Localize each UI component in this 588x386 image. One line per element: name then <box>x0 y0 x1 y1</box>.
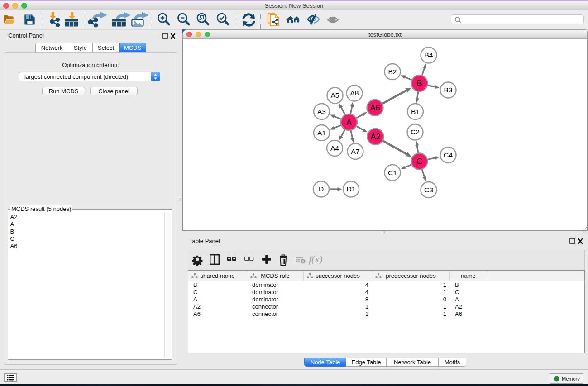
svg-text:A3: A3 <box>317 108 326 115</box>
svg-text:B3: B3 <box>444 86 453 94</box>
svg-text:C1: C1 <box>388 169 397 176</box>
svg-text:C: C <box>416 157 422 166</box>
svg-text:A8: A8 <box>350 89 359 97</box>
svg-text:D: D <box>319 185 324 193</box>
svg-text:A6: A6 <box>370 103 380 112</box>
svg-text:B: B <box>416 79 422 88</box>
svg-text:C2: C2 <box>411 128 420 136</box>
svg-text:A1: A1 <box>317 129 326 137</box>
svg-text:A5: A5 <box>331 91 339 99</box>
svg-text:A4: A4 <box>330 144 339 152</box>
svg-text:C3: C3 <box>424 186 433 194</box>
svg-text:A: A <box>346 118 352 127</box>
svg-text:A2: A2 <box>370 132 380 141</box>
svg-text:B1: B1 <box>411 108 420 115</box>
svg-text:A7: A7 <box>351 148 360 155</box>
svg-text:B2: B2 <box>388 68 397 76</box>
svg-text:C4: C4 <box>444 151 453 159</box>
svg-text:B4: B4 <box>425 51 433 59</box>
svg-text:f(x): f(x) <box>309 253 323 265</box>
svg-text:D1: D1 <box>347 185 356 193</box>
